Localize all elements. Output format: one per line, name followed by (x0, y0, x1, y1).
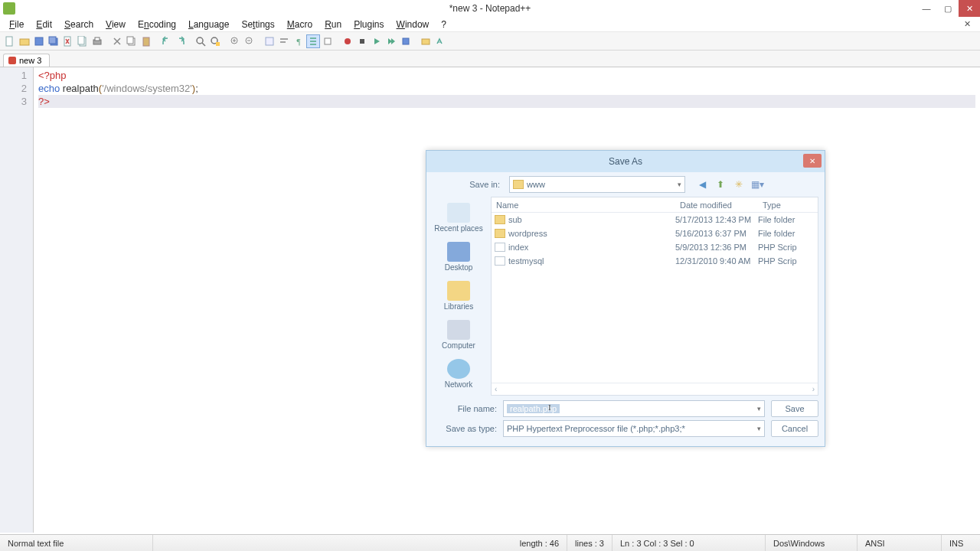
replace-icon[interactable] (208, 34, 222, 48)
svg-rect-23 (403, 38, 409, 44)
file-icon (495, 243, 505, 252)
statusbar: Normal text file length : 46 lines : 3 L… (0, 534, 980, 551)
savetype-label: Save as type: (433, 424, 497, 433)
menu-view[interactable]: View (100, 18, 132, 31)
back-icon[interactable]: ◀ (694, 177, 710, 192)
close-doc-icon[interactable] (61, 34, 75, 48)
save-macro-icon[interactable] (399, 34, 413, 48)
sync-v-icon[interactable] (263, 34, 276, 48)
filename-label: File name: (433, 404, 497, 413)
text-cursor-icon: I (548, 403, 550, 415)
place-network[interactable]: Network (426, 354, 491, 393)
horizontal-scrollbar[interactable]: ‹› (492, 383, 818, 395)
show-symbol-icon[interactable]: ¶ (292, 34, 305, 48)
tab-new3[interactable]: new 3 (3, 54, 50, 67)
file-row[interactable]: testmysql12/31/2010 9:40 AMPHP Scrip (492, 254, 818, 268)
menu-edit[interactable]: Edit (30, 18, 58, 31)
up-icon[interactable]: ⬆ (713, 177, 728, 192)
find-icon[interactable] (194, 34, 207, 48)
paste-icon[interactable] (139, 34, 153, 48)
save-as-dialog: Save As ✕ Save in: www ▾ ◀ ⬆ ✳ ▦▾ Recent… (426, 150, 825, 447)
status-pos: Ln : 3 Col : 3 Sel : 0 (612, 535, 766, 551)
svg-rect-19 (266, 37, 273, 45)
cut-icon[interactable] (110, 34, 124, 48)
chevron-down-icon: ▾ (678, 181, 681, 188)
zoom-out-icon[interactable] (243, 34, 256, 48)
place-computer[interactable]: Computer (426, 315, 491, 354)
menubar: File Edit Search View Encoding Language … (0, 17, 980, 32)
menu-window[interactable]: Window (390, 18, 436, 31)
menu-run[interactable]: Run (318, 18, 348, 31)
file-row[interactable]: wordpress5/16/2013 6:37 PMFile folder (492, 227, 818, 240)
status-lines: lines : 3 (567, 535, 612, 551)
print-icon[interactable] (90, 34, 104, 48)
place-recent[interactable]: Recent places (426, 198, 491, 237)
menu-encoding[interactable]: Encoding (132, 18, 182, 31)
viewmenu-icon[interactable]: ▦▾ (750, 177, 765, 192)
menu-macro[interactable]: Macro (281, 18, 318, 31)
save-all-icon[interactable] (47, 34, 60, 48)
play-multi-icon[interactable] (384, 34, 398, 48)
filename-input[interactable]: realpath.php I ▾ (503, 400, 765, 417)
menu-search[interactable]: Search (58, 18, 100, 31)
cancel-button[interactable]: Cancel (771, 420, 818, 437)
svg-rect-0 (6, 37, 12, 46)
svg-rect-16 (216, 42, 220, 46)
compare-icon[interactable] (419, 34, 433, 48)
play-macro-icon[interactable] (370, 34, 384, 48)
dialog-title: Save As ✕ (426, 151, 825, 172)
svg-rect-1 (20, 39, 29, 45)
menu-help[interactable]: ? (435, 18, 452, 31)
save-icon[interactable] (32, 34, 46, 48)
unsaved-dot-icon (8, 57, 16, 64)
minimize-button[interactable]: — (916, 0, 937, 17)
svg-rect-12 (143, 37, 149, 46)
menu-plugins[interactable]: Plugins (348, 18, 390, 31)
tab-bar: new 3 (0, 51, 980, 67)
record-macro-icon[interactable] (341, 34, 354, 48)
save-button[interactable]: Save (771, 400, 818, 417)
menu-language[interactable]: Language (182, 18, 235, 31)
close-button[interactable]: ✕ (959, 0, 980, 17)
svg-rect-7 (78, 36, 84, 44)
svg-rect-2 (35, 37, 43, 45)
status-length: length : 46 (512, 535, 567, 551)
folder-margin-icon[interactable] (321, 34, 335, 48)
status-eol: Dos\Windows (766, 535, 858, 551)
places-bar: Recent places Desktop Libraries Computer… (426, 197, 491, 396)
stop-macro-icon[interactable] (355, 34, 369, 48)
status-ins: INS (942, 535, 980, 551)
place-desktop[interactable]: Desktop (426, 237, 491, 276)
svg-rect-11 (127, 37, 133, 44)
place-libraries[interactable]: Libraries (426, 276, 491, 315)
savein-combo[interactable]: www ▾ (509, 176, 685, 193)
file-list-header[interactable]: Name Date modified Type (492, 197, 818, 213)
savetype-combo[interactable]: PHP Hypertext Preprocessor file (*.php;*… (503, 420, 765, 437)
toolbar: ¶ (0, 32, 980, 51)
wordwrap-icon[interactable] (277, 34, 291, 48)
file-row[interactable]: index5/9/2013 12:36 PMPHP Scrip (492, 240, 818, 254)
document-close-icon[interactable]: ✕ (958, 18, 977, 31)
chevron-down-icon: ▾ (757, 405, 761, 412)
copy-icon[interactable] (125, 34, 139, 48)
new-icon[interactable] (3, 34, 17, 48)
undo-icon[interactable] (159, 34, 173, 48)
status-filetype: Normal text file (0, 535, 153, 551)
menu-settings[interactable]: Settings (235, 18, 280, 31)
open-icon[interactable] (18, 34, 31, 48)
file-list[interactable]: Name Date modified Type sub5/17/2013 12:… (491, 197, 818, 396)
zoom-in-icon[interactable] (228, 34, 242, 48)
app-icon (3, 2, 15, 15)
close-all-icon[interactable] (76, 34, 90, 48)
svg-point-13 (197, 37, 203, 44)
savein-label: Save in: (433, 180, 500, 189)
tab-label: new 3 (19, 56, 41, 65)
dialog-close-button[interactable]: ✕ (803, 154, 822, 168)
newfolder-icon[interactable]: ✳ (731, 177, 746, 192)
file-row[interactable]: sub5/17/2013 12:43 PMFile folder (492, 213, 818, 227)
maximize-button[interactable]: ▢ (937, 0, 959, 17)
indent-guide-icon[interactable] (306, 34, 320, 48)
redo-icon[interactable] (174, 34, 188, 48)
menu-file[interactable]: File (3, 18, 30, 31)
spell-icon[interactable] (433, 34, 447, 48)
